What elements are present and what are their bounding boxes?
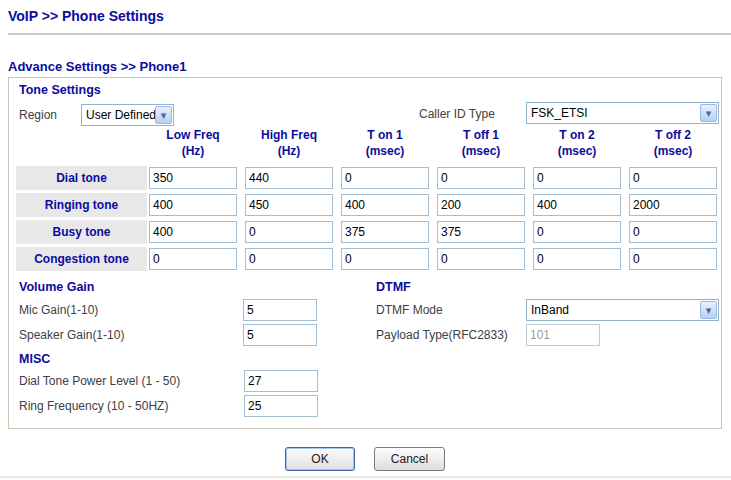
col-header-line: Low Freq [149,127,237,143]
dial-tone-power-label: Dial Tone Power Level (1 - 50) [19,374,180,388]
bottom-divider [0,476,731,478]
ringing-tone-t-on-1-input[interactable] [341,194,429,216]
col-header-line: T on 2 [533,127,621,143]
col-header-low-freq: Low Freq (Hz) [149,127,237,159]
payload-type-input [526,324,600,346]
settings-panel: Tone Settings Region User Defined ▾ Call… [8,77,722,429]
chevron-down-icon: ▾ [700,301,717,319]
col-header-t-on-1: T on 1 (msec) [341,127,429,159]
dial-tone-t-on-2-input[interactable] [533,167,621,189]
caller-id-type-label: Caller ID Type [419,107,495,121]
congestion-tone-t-on-1-input[interactable] [341,248,429,270]
ringing-tone-low-freq-input[interactable] [149,194,237,216]
col-header-line: T off 2 [629,127,717,143]
ringing-tone-t-off-1-input[interactable] [437,194,525,216]
col-header-line: (msec) [341,143,429,159]
title-divider [8,33,731,35]
busy-tone-t-off-2-input[interactable] [629,221,717,243]
busy-tone-t-on-1-input[interactable] [341,221,429,243]
volume-gain-heading: Volume Gain [19,280,94,294]
tone-settings-heading: Tone Settings [19,83,101,97]
dial-tone-t-off-2-input[interactable] [629,167,717,189]
region-label: Region [19,108,57,122]
col-header-line: T on 1 [341,127,429,143]
col-header-t-off-1: T off 1 (msec) [437,127,525,159]
busy-tone-t-on-2-input[interactable] [533,221,621,243]
col-header-t-off-2: T off 2 (msec) [629,127,717,159]
dtmf-heading: DTMF [376,280,411,294]
ringing-tone-high-freq-input[interactable] [245,194,333,216]
busy-tone-low-freq-input[interactable] [149,221,237,243]
dial-tone-t-on-1-input[interactable] [341,167,429,189]
region-select-value: User Defined [82,108,155,122]
speaker-gain-label: Speaker Gain(1-10) [19,328,124,342]
col-header-line: High Freq [245,127,333,143]
mic-gain-label: Mic Gain(1-10) [19,303,98,317]
dial-tone-t-off-1-input[interactable] [437,167,525,189]
chevron-down-icon: ▾ [155,106,172,124]
dial-tone-high-freq-input[interactable] [245,167,333,189]
section-title: Advance Settings >> Phone1 [8,59,186,74]
busy-tone-t-off-1-input[interactable] [437,221,525,243]
dial-tone-low-freq-input[interactable] [149,167,237,189]
col-header-line: (msec) [629,143,717,159]
cancel-button[interactable]: Cancel [374,447,445,471]
congestion-tone-t-off-2-input[interactable] [629,248,717,270]
busy-tone-row-label: Busy tone [16,220,147,244]
congestion-tone-row-label: Congestion tone [16,247,147,271]
dtmf-mode-select[interactable]: InBand ▾ [526,299,719,321]
caller-id-type-select-value: FSK_ETSI [527,106,700,120]
busy-tone-high-freq-input[interactable] [245,221,333,243]
congestion-tone-t-on-2-input[interactable] [533,248,621,270]
col-header-line: (msec) [533,143,621,159]
ringing-tone-t-on-2-input[interactable] [533,194,621,216]
col-header-line: (Hz) [245,143,333,159]
congestion-tone-t-off-1-input[interactable] [437,248,525,270]
caller-id-type-select[interactable]: FSK_ETSI ▾ [526,102,719,124]
col-header-line: (msec) [437,143,525,159]
congestion-tone-high-freq-input[interactable] [245,248,333,270]
misc-heading: MISC [19,352,50,366]
region-select[interactable]: User Defined ▾ [81,104,174,126]
dial-tone-row-label: Dial tone [16,166,147,190]
col-header-line: (Hz) [149,143,237,159]
dial-tone-power-input[interactable] [244,370,318,392]
page-title: VoIP >> Phone Settings [8,8,164,24]
ring-frequency-label: Ring Frequency (10 - 50HZ) [19,399,168,413]
ringing-tone-row-label: Ringing tone [16,193,147,217]
chevron-down-icon: ▾ [700,104,717,122]
phone-settings-page: VoIP >> Phone Settings Advance Settings … [0,0,731,480]
speaker-gain-input[interactable] [243,324,317,346]
dtmf-mode-select-value: InBand [527,303,700,317]
col-header-t-on-2: T on 2 (msec) [533,127,621,159]
col-header-line: T off 1 [437,127,525,143]
congestion-tone-low-freq-input[interactable] [149,248,237,270]
ring-frequency-input[interactable] [244,395,318,417]
ok-button[interactable]: OK [285,447,355,471]
payload-type-label: Payload Type(RFC2833) [376,328,508,342]
dtmf-mode-label: DTMF Mode [376,303,443,317]
col-header-high-freq: High Freq (Hz) [245,127,333,159]
mic-gain-input[interactable] [243,299,317,321]
ringing-tone-t-off-2-input[interactable] [629,194,717,216]
